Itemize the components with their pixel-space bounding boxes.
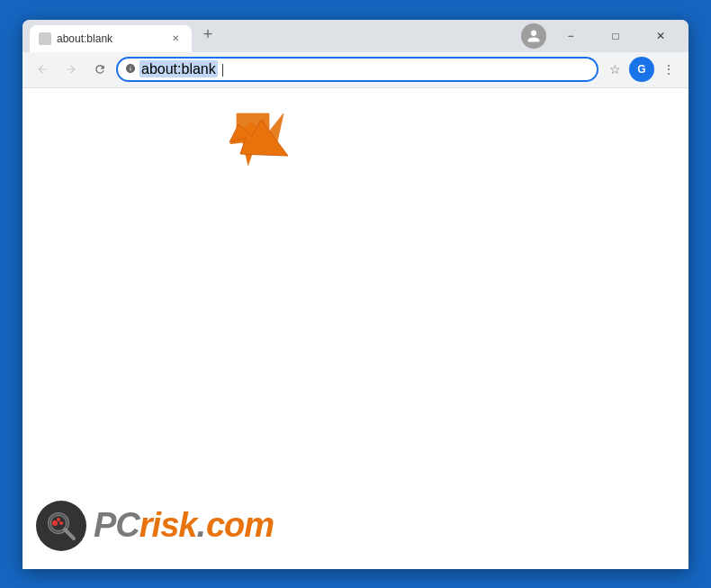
tab-favicon [39,32,51,45]
browser-window: about:blank ✕ + − □ ✕ [22,20,688,569]
address-bar[interactable]: about:blank [116,57,598,82]
svg-point-6 [57,518,60,521]
nav-action-buttons: ☆ G ⋮ [602,57,681,82]
logo-circle [36,501,86,551]
navigation-bar: about:blank ☆ G ⋮ [22,52,688,88]
page-content: PC risk . com [22,88,688,569]
minimize-button[interactable]: − [550,23,591,49]
pcrisk-branding: PC risk . com [36,501,274,551]
text-cursor [222,64,223,77]
info-icon [125,63,136,76]
pc-text: PC [94,506,140,545]
profile-button[interactable] [521,23,546,49]
tab-close-button[interactable]: ✕ [168,32,183,46]
window-controls: − □ ✕ [521,23,681,52]
browser-tab[interactable]: about:blank ✕ [30,25,192,52]
address-text: about:blank [140,61,223,77]
back-button[interactable] [30,57,55,82]
brand-text: PC risk . com [94,506,274,545]
risk-text: risk [140,506,197,545]
address-selected-text: about:blank [140,60,218,77]
bookmark-button[interactable]: ☆ [602,57,627,82]
chrome-menu-button[interactable]: ⋮ [656,57,681,82]
tab-label: about:blank [57,32,163,45]
svg-point-5 [59,521,63,525]
dot-text: . [196,506,206,545]
maximize-button[interactable]: □ [595,23,636,49]
svg-line-7 [65,529,74,538]
reload-button[interactable] [87,57,112,82]
svg-point-4 [52,520,58,526]
directional-arrow [220,102,302,186]
title-bar: about:blank ✕ + − □ ✕ [22,20,688,52]
new-tab-button[interactable]: + [195,22,220,47]
google-account-button[interactable]: G [629,57,654,82]
com-text: com [206,506,274,545]
forward-button[interactable] [58,57,84,82]
close-button[interactable]: ✕ [640,23,681,49]
